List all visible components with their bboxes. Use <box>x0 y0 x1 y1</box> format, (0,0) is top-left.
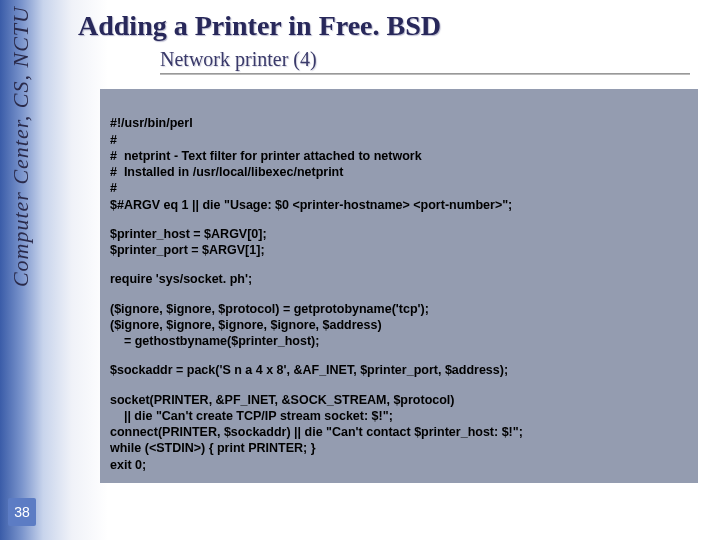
code-segment: socket(PRINTER, &PF_INET, &SOCK_STREAM, … <box>110 392 688 473</box>
page-number-badge: 38 <box>8 498 36 526</box>
slide-title: Adding a Printer in Free. BSD <box>78 10 720 42</box>
code-segment: $sockaddr = pack('S n a 4 x 8', &AF_INET… <box>110 362 688 378</box>
code-segment: $printer_host = $ARGV[0]; $printer_port … <box>110 226 688 259</box>
title-divider <box>160 73 690 75</box>
slide-subtitle: Network printer (4) <box>160 48 720 71</box>
slide-content: Adding a Printer in Free. BSD Network pr… <box>60 0 720 483</box>
code-segment: ($ignore, $ignore, $protocol) = getproto… <box>110 301 688 350</box>
code-block: #!/usr/bin/perl # # netprint - Text filt… <box>100 89 698 483</box>
code-segment: require 'sys/socket. ph'; <box>110 271 688 287</box>
sidebar-org-label: Computer Center, CS, NCTU <box>8 6 34 287</box>
code-segment: #!/usr/bin/perl # # netprint - Text filt… <box>110 115 688 213</box>
